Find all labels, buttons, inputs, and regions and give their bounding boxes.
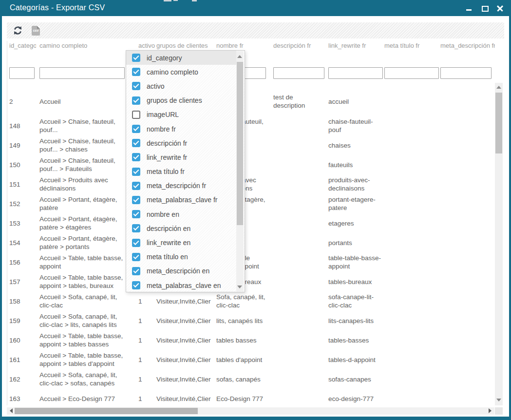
vertical-scrollbar-thumb[interactable] xyxy=(495,93,502,153)
scroll-up-icon[interactable] xyxy=(496,86,501,89)
column-menu-item[interactable]: meta_descripción fr xyxy=(126,179,236,193)
filter-meta-titulo-fr-input[interactable] xyxy=(384,67,439,79)
table-row[interactable]: 161 Accueil > Table, table basse, appoin… xyxy=(7,350,495,369)
table-row[interactable]: 153 Accueil > Portant, étagère, patère >… xyxy=(7,213,495,233)
menu-checkbox[interactable] xyxy=(132,253,140,261)
table-row[interactable]: 2 Accueil 1 Visiteur,Invité,Clier Accuei… xyxy=(7,87,495,116)
menu-checkbox[interactable] xyxy=(132,96,140,105)
menu-item-label: meta_palabras_clave fr xyxy=(147,196,218,204)
menu-checkbox[interactable] xyxy=(132,111,140,119)
close-button[interactable] xyxy=(496,4,504,12)
horizontal-scrollbar[interactable] xyxy=(7,407,494,415)
filter-link-rewrite-fr-input[interactable] xyxy=(328,67,383,79)
vertical-scrollbar[interactable] xyxy=(495,83,503,405)
minimize-button[interactable] xyxy=(465,4,473,12)
column-menu-item[interactable]: meta_palabras_clave fr xyxy=(126,193,236,207)
table-row[interactable]: 158 Accueil > Sofa, canapé, lit, clic-cl… xyxy=(7,291,495,311)
menu-checkbox[interactable] xyxy=(132,168,140,176)
cell-camino-completo: Accueil xyxy=(39,97,127,106)
scroll-left-icon[interactable] xyxy=(10,408,13,413)
column-header-grupos[interactable]: grupos de clientes xyxy=(156,42,215,50)
column-menu-item[interactable]: descripción en xyxy=(126,221,236,235)
menu-scroll-up-icon[interactable] xyxy=(237,55,242,58)
column-menu-item[interactable]: grupos de clientes xyxy=(126,94,236,108)
column-menu-item[interactable]: link_rewrite en xyxy=(126,235,236,249)
column-header-id-category[interactable]: id_category xyxy=(9,42,36,50)
table-row[interactable]: 148 Accueil > Chaise, fauteuil, pouf... … xyxy=(7,116,495,135)
refresh-button[interactable] xyxy=(12,24,24,37)
menu-checkbox[interactable] xyxy=(132,54,140,62)
scroll-right-icon[interactable] xyxy=(489,408,492,413)
column-menu-item[interactable]: nombre en xyxy=(126,207,236,221)
cell-camino-completo: Accueil > Chaise, fauteuil, pouf... xyxy=(39,117,127,134)
cell-link-rewrite-fr: tables-basses xyxy=(328,336,384,344)
menu-checkbox[interactable] xyxy=(132,182,140,190)
menu-checkbox[interactable] xyxy=(132,281,140,289)
cell-camino-completo: Accueil > Table, table basse, appoint > … xyxy=(39,332,127,348)
column-menu-item[interactable]: meta_palabras_clave en xyxy=(126,278,236,292)
cell-activo: 1 xyxy=(138,356,155,364)
column-menu-item[interactable]: meta título fr xyxy=(126,165,236,179)
menu-item-label: link_rewrite en xyxy=(147,239,190,247)
cell-grupos: Visiteur,Invité,Clier xyxy=(156,356,215,364)
menu-checkbox[interactable] xyxy=(132,224,140,232)
menu-checkbox[interactable] xyxy=(132,125,140,133)
column-menu-item[interactable]: meta_descripción en xyxy=(126,264,236,278)
menu-checkbox[interactable] xyxy=(132,82,140,90)
table-row[interactable]: 162 Accueil > Sofa, canapé, lit, clic-cl… xyxy=(7,369,495,389)
column-menu-item[interactable]: link_rewrite fr xyxy=(126,150,236,164)
column-menu-item[interactable]: id_category xyxy=(126,51,236,65)
csv-file-icon: csv xyxy=(32,26,40,36)
scroll-down-icon[interactable] xyxy=(496,399,501,401)
column-menu-item[interactable]: activo xyxy=(126,79,236,93)
filter-camino-input[interactable] xyxy=(39,67,125,79)
column-header-descripcion-fr[interactable]: descripción fr xyxy=(273,42,324,50)
cell-camino-completo: Accueil > Produits avec déclinaisons xyxy=(39,176,127,192)
menu-scrollbar[interactable] xyxy=(236,51,244,291)
table-row[interactable]: 151 Accueil > Produits avec déclinaisons… xyxy=(7,174,495,194)
table-row[interactable]: 159 Accueil > Sofa, canapé, lit, clic-cl… xyxy=(7,311,495,330)
export-csv-button[interactable]: csv xyxy=(31,25,41,37)
filter-id-category-input[interactable] xyxy=(9,67,35,79)
menu-checkbox[interactable] xyxy=(132,267,140,275)
table-row[interactable]: 156 Accueil > Table, table basse, appoin… xyxy=(7,252,495,272)
menu-scroll-down-icon[interactable] xyxy=(237,286,242,288)
column-menu-item[interactable]: descripción fr xyxy=(126,136,236,150)
table-row[interactable]: 157 Accueil > Table, table basse, appoin… xyxy=(7,272,495,291)
column-header-activo[interactable]: activo xyxy=(138,42,155,50)
table-row[interactable]: 150 Accueil > Chaise, fauteuil, pouf... … xyxy=(7,155,495,174)
filter-meta-descripcion-fr-input[interactable] xyxy=(440,67,492,79)
column-header-camino-completo[interactable]: camino completo xyxy=(39,42,127,50)
menu-checkbox[interactable] xyxy=(132,239,140,247)
table-row[interactable]: 163 Accueil > Eco-Design 777 1 Visiteur,… xyxy=(7,389,495,405)
table-row[interactable]: 154 Accueil > Portant, étagère, patère >… xyxy=(7,233,495,252)
table-row[interactable]: 160 Accueil > Table, table basse, appoin… xyxy=(7,330,495,350)
filter-descripcion-fr-input[interactable] xyxy=(273,67,324,79)
column-header-link-rewrite-fr[interactable]: link_rewrite fr xyxy=(328,42,384,50)
column-header-meta-descripcion-fr[interactable]: meta_descripción fr xyxy=(440,42,495,50)
table-row[interactable]: 152 Accueil > Portant, étagère, patère 1… xyxy=(7,194,495,213)
column-menu-item[interactable]: camino completo xyxy=(126,65,236,79)
column-header-meta-titulo-fr[interactable]: meta título fr xyxy=(384,42,439,50)
window-titlebar: Categorías - Exportar CSV xyxy=(0,0,511,16)
column-menu-item[interactable]: meta título en xyxy=(126,250,236,264)
table-row[interactable]: 149 Accueil > Chaise, fauteuil, pouf... … xyxy=(7,135,495,155)
maximize-button[interactable] xyxy=(481,4,489,12)
menu-scrollbar-thumb[interactable] xyxy=(237,62,243,225)
cell-link-rewrite-fr: table-table-basse-appoint xyxy=(328,254,384,270)
column-menu-item[interactable]: imageURL xyxy=(126,108,236,122)
column-menu-list: id_category camino completo activo grupo… xyxy=(126,51,236,292)
cell-id-category: 149 xyxy=(9,141,36,150)
menu-checkbox[interactable] xyxy=(132,153,140,161)
menu-checkbox[interactable] xyxy=(132,68,140,76)
menu-checkbox[interactable] xyxy=(132,139,140,147)
column-header-nombre-fr[interactable]: nombre fr xyxy=(216,42,269,50)
cell-nombre-fr: sofas, canapés xyxy=(216,375,269,383)
horizontal-scrollbar-thumb[interactable] xyxy=(15,408,198,414)
cell-id-category: 148 xyxy=(9,122,36,130)
cell-link-rewrite-fr: fauteuils xyxy=(328,161,384,169)
cell-grupos: Visiteur,Invité,Clier xyxy=(156,336,215,344)
menu-checkbox[interactable] xyxy=(132,210,140,218)
menu-checkbox[interactable] xyxy=(132,196,140,204)
column-menu-item[interactable]: nombre fr xyxy=(126,122,236,136)
